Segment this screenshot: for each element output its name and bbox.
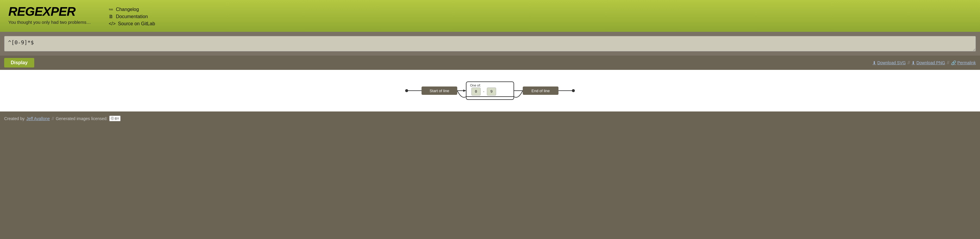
action-links: ⬇ Download SVG // ⬇ Download PNG // 🔗 Pe… [873, 60, 976, 65]
documentation-icon: 🗎 [109, 14, 113, 19]
footer-sep: // [51, 116, 54, 121]
documentation-label: Documentation [116, 14, 148, 19]
footer-prefix: Created by [4, 116, 24, 121]
cc-badge: ⓒ BY [109, 116, 121, 121]
source-label: Source on GitLab [118, 21, 155, 27]
one-of-label: One of: [470, 84, 481, 87]
sep1: // [908, 60, 910, 65]
download-png-link[interactable]: ⬇ Download PNG [912, 60, 945, 65]
documentation-link[interactable]: 🗎 Documentation [109, 14, 155, 19]
repeat-path-right [514, 91, 523, 98]
source-link[interactable]: </> Source on GitLab [109, 21, 155, 27]
changelog-label: Changelog [116, 7, 139, 12]
repeat-path-left [457, 91, 466, 98]
source-icon: </> [109, 21, 116, 27]
permalink-label: Permalink [958, 60, 976, 65]
left-dot [405, 89, 408, 92]
cc-icon: ⓒ [111, 116, 114, 121]
download-png-icon: ⬇ [912, 60, 915, 65]
footer: Created by Jeff Avallone // Generated im… [0, 111, 980, 125]
sep2: // [947, 60, 949, 65]
changelog-link[interactable]: ≔ Changelog [109, 6, 155, 12]
download-svg-icon: ⬇ [873, 60, 876, 65]
download-svg-label: Download SVG [877, 60, 906, 65]
action-bar: Display ⬇ Download SVG // ⬇ Download PNG… [0, 55, 980, 70]
cc-label: BY [115, 117, 119, 120]
license-text: Generated images licensed: [56, 116, 107, 121]
regex-diagram: Start of line One of: 0 - 9 [398, 76, 582, 106]
author-link[interactable]: Jeff Avallone [26, 116, 50, 121]
arrow-head [463, 89, 466, 92]
download-png-label: Download PNG [916, 60, 945, 65]
start-label: Start of line [430, 89, 449, 93]
brand: REGEXPER You thought you only had two pr… [8, 5, 91, 25]
tagline: You thought you only had two problems… [8, 20, 91, 25]
permalink-link[interactable]: 🔗 Permalink [951, 60, 976, 65]
regex-input[interactable]: ^[0-9]*$ [4, 36, 976, 51]
display-button[interactable]: Display [4, 58, 34, 68]
right-dot [572, 89, 575, 92]
permalink-icon: 🔗 [951, 60, 956, 65]
download-svg-link[interactable]: ⬇ Download SVG [873, 60, 906, 65]
header: REGEXPER You thought you only had two pr… [0, 0, 980, 32]
range-from-text: 0 [475, 89, 477, 93]
toolbar-area: ^[0-9]*$ [0, 32, 980, 55]
range-dash: - [483, 89, 484, 93]
nav: ≔ Changelog 🗎 Documentation </> Source o… [109, 6, 155, 27]
diagram-container: Start of line One of: 0 - 9 [0, 70, 980, 111]
logo: REGEXPER [8, 5, 91, 18]
changelog-icon: ≔ [109, 6, 113, 12]
diagram-area: Start of line One of: 0 - 9 [0, 70, 980, 111]
end-label: End of line [531, 89, 550, 93]
range-to-text: 9 [490, 89, 493, 93]
